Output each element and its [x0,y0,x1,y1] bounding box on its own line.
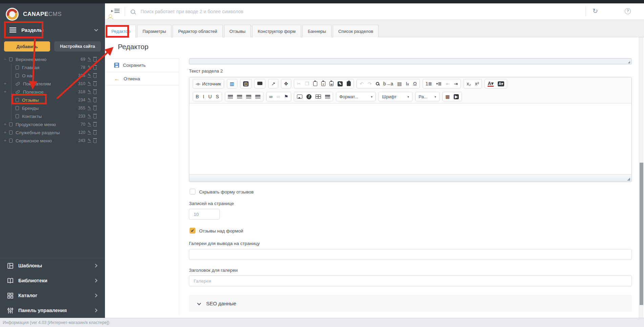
font-select[interactable]: Шрифт▾ [379,92,412,101]
clipboard-icon[interactable] [347,81,351,86]
scrollbar-thumb[interactable] [640,163,643,305]
edit-pencil-icon[interactable]: ✎ [88,98,91,102]
bold-icon[interactable]: B [196,94,199,99]
global-search[interactable] [131,9,435,14]
strike-icon[interactable]: S [216,94,219,99]
remove-format-icon[interactable]: Ix [406,81,409,86]
edit-pencil-icon[interactable]: ✎ [88,57,91,61]
cancel-button[interactable]: ← Отмена [106,72,179,85]
special-char-icon[interactable]: Ω [413,81,416,86]
maximize-icon[interactable]: ✥ [284,81,288,86]
align-justify-icon[interactable] [255,95,260,99]
sidebar-item-3[interactable]: Панель управления [0,303,105,318]
trash-icon[interactable] [93,58,96,62]
paste-word-icon[interactable]: W [329,81,334,86]
edit-pencil-icon[interactable]: ✎ [88,106,91,110]
trash-icon[interactable] [93,91,96,94]
templates-icon[interactable]: ▥ [230,81,234,86]
tab-2[interactable]: Редактор областей [173,25,222,37]
replace-icon[interactable]: b→a [383,81,393,86]
bg-color-icon[interactable]: A▾ [498,81,504,86]
trash-icon[interactable] [93,83,96,86]
format-select[interactable]: Формат...▾ [336,92,376,101]
select-all-icon[interactable]: ▤ [397,81,402,86]
paste-edit-icon[interactable]: ✎ [338,81,343,86]
trash-icon[interactable] [93,99,96,102]
tree-item-4[interactable]: +Полезное 318 ✎ [0,88,105,96]
expand-plus-icon[interactable]: + [3,89,7,94]
sidebar-item-2[interactable]: Каталог [0,288,105,303]
tree-item-8[interactable]: +Продуктовое меню 70 ✎ [0,120,105,128]
seo-section-header[interactable]: SEO данные [189,295,632,312]
bulleted-list-icon[interactable]: •≣ [436,81,442,86]
source-button[interactable]: ◃▹ Источник [196,81,221,86]
gallery-title-input[interactable] [189,275,632,286]
sidebar-item-0[interactable]: Шаблоны [0,258,105,273]
align-center-icon[interactable] [237,95,242,99]
trash-icon[interactable] [93,75,96,78]
preview-icon[interactable]: ◫ [243,81,249,86]
expand-plus-icon[interactable]: + [3,81,7,86]
save-button[interactable]: Сохранить [106,58,179,72]
subscript-icon[interactable]: x₂ [467,81,471,86]
help-icon[interactable]: ? [625,8,631,14]
previous-textarea-bottom[interactable] [189,58,632,64]
tab-3[interactable]: Отзывы [224,25,251,37]
italic-icon[interactable]: I [203,94,204,99]
iframe-icon[interactable]: ▦ [445,94,450,99]
search-input[interactable] [141,9,418,14]
tree-item-6[interactable]: Бренды 355 ✎ [0,104,105,112]
trash-icon[interactable] [93,131,96,135]
paste-icon[interactable] [313,81,317,86]
paste-text-icon[interactable]: T [321,81,325,86]
scrollbar-track[interactable] [639,37,643,318]
resize-handle-icon[interactable] [628,61,630,63]
edit-pencil-icon[interactable]: ✎ [88,130,91,135]
underline-icon[interactable]: U [208,94,212,99]
video-icon[interactable]: ▶ [454,94,458,99]
tree-item-2[interactable]: О нас 316 ✎ [0,71,105,80]
tab-6[interactable]: Список разделов [333,25,379,37]
reviews-above-form-checkbox[interactable]: ✔ [190,228,195,233]
user-icon[interactable] [107,14,114,20]
edit-pencil-icon[interactable]: ✎ [88,114,91,118]
tab-0[interactable]: Редактор [106,25,136,38]
tree-item-0[interactable]: −Верхнее меню 69 ✎ [0,55,105,63]
reviews-above-form-label[interactable]: Отзывы над формой [199,228,243,233]
sync-icon[interactable]: ↻ [593,7,598,15]
text-color-icon[interactable]: A▾ [488,81,493,87]
tree-item-9[interactable]: +Служебные разделы 120 ✎ [0,128,105,137]
hr-icon[interactable] [325,95,330,99]
tab-1[interactable]: Параметры [137,25,171,37]
resize-handle-icon[interactable] [627,178,630,181]
new-window-icon[interactable]: ↗ [271,81,275,86]
tree-item-1[interactable]: Главная 78 ✎ [0,63,105,71]
edit-pencil-icon[interactable]: ✎ [88,82,91,86]
sidebar-toggle-icon[interactable]: ▶ [111,9,120,13]
superscript-icon[interactable]: x² [475,81,479,86]
edit-pencil-icon[interactable]: ✎ [88,65,91,69]
tree-item-7[interactable]: Контакты 233 ✎ [0,112,105,120]
align-left-icon[interactable] [228,95,233,99]
align-right-icon[interactable] [246,95,251,99]
tab-5[interactable]: Баннеры [302,25,331,37]
site-settings-button[interactable]: Настройка сайта [54,41,101,52]
expand-plus-icon[interactable]: + [3,138,7,143]
tab-4[interactable]: Конструктор форм [252,25,301,37]
collapse-minus-icon[interactable]: − [3,57,7,62]
image-icon[interactable] [297,95,302,99]
add-button[interactable]: Добавить [4,41,50,52]
tree-item-5[interactable]: Отзывы 234 ✎ [0,96,105,104]
trash-icon[interactable] [93,123,96,127]
trash-icon[interactable] [93,140,96,143]
anchor-icon[interactable]: ⚑ [284,94,288,99]
expand-plus-icon[interactable]: + [3,122,7,127]
numbered-list-icon[interactable]: 1≣ [426,81,432,86]
hide-reviews-form-label[interactable]: Скрывать форму отзывов [199,189,254,195]
find-icon[interactable] [376,82,379,85]
expand-plus-icon[interactable]: + [3,130,7,135]
comment-icon[interactable] [257,82,262,86]
edit-pencil-icon[interactable]: ✎ [88,74,91,78]
editor-content-area[interactable] [189,103,631,172]
link-icon[interactable]: ∞ [269,94,273,99]
